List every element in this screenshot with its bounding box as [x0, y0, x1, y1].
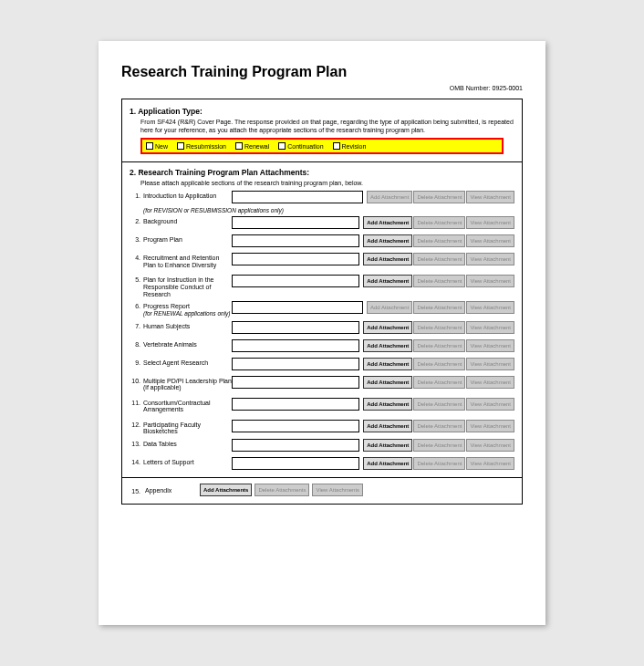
- view-attachment-button[interactable]: View Attachment: [466, 191, 514, 203]
- delete-attachment-button[interactable]: Delete Attachment: [413, 216, 465, 229]
- row-number: 7.: [130, 321, 140, 329]
- row-label: Data Tables: [140, 439, 232, 448]
- delete-attachment-button[interactable]: Delete Attachment: [413, 339, 465, 352]
- delete-attachment-button[interactable]: Delete Attachment: [413, 253, 465, 265]
- delete-attachment-button[interactable]: Delete Attachment: [413, 191, 465, 203]
- checkbox-continuation[interactable]: Continuation: [278, 142, 323, 150]
- checkbox-resubmission[interactable]: Resubmission: [177, 142, 226, 150]
- add-attachment-button[interactable]: Add Attachment: [363, 457, 412, 470]
- view-attachment-button[interactable]: View Attachment: [466, 457, 514, 470]
- view-attachment-button[interactable]: View Attachment: [466, 275, 514, 287]
- add-attachment-button[interactable]: Add Attachment: [363, 216, 412, 229]
- delete-attachment-button[interactable]: Delete Attachment: [413, 420, 465, 432]
- add-attachment-button[interactable]: Add Attachment: [363, 321, 412, 334]
- checkbox-icon: [235, 142, 243, 150]
- row-number: 10.: [130, 376, 140, 384]
- delete-attachment-button[interactable]: Delete Attachment: [413, 398, 465, 411]
- row-label: Recruitment and Retention Plan to Enhanc…: [140, 253, 232, 268]
- add-attachments-button[interactable]: Add Attachments: [200, 484, 252, 496]
- row-number: 12.: [130, 420, 140, 428]
- view-attachment-button[interactable]: View Attachment: [466, 253, 514, 265]
- view-attachments-button[interactable]: View Attachments: [312, 484, 363, 496]
- attachment-row: 5.Plan for Instruction in the Responsibl…: [130, 275, 514, 297]
- attachment-row: 6.Progress Report(for RENEWAL applicatio…: [130, 301, 514, 317]
- attachment-row: 8.Vertebrate AnimalsAdd AttachmentDelete…: [130, 339, 514, 354]
- add-attachment-button[interactable]: Add Attachment: [367, 191, 412, 203]
- checkbox-icon: [333, 142, 340, 150]
- row-number: 2.: [130, 216, 140, 224]
- view-attachment-button[interactable]: View Attachment: [466, 398, 514, 411]
- attachment-input[interactable]: [232, 457, 359, 470]
- checkbox-icon: [278, 142, 286, 150]
- view-attachment-button[interactable]: View Attachment: [466, 301, 514, 314]
- row-label: Appendix: [142, 485, 197, 494]
- section1-desc: From SF424 (R&R) Cover Page. The respons…: [140, 118, 514, 134]
- attachment-row: 11.Consortium/Contractual ArrangementsAd…: [130, 398, 514, 416]
- row-label: Consortium/Contractual Arrangements: [140, 398, 232, 413]
- attachment-input[interactable]: [232, 376, 359, 389]
- attachment-input[interactable]: [232, 301, 363, 314]
- document-page: Research Training Program Plan OMB Numbe…: [99, 41, 545, 625]
- checkbox-revision[interactable]: Revision: [333, 142, 367, 150]
- add-attachment-button[interactable]: Add Attachment: [363, 253, 412, 265]
- view-attachment-button[interactable]: View Attachment: [466, 420, 514, 432]
- row-label: Letters of Support: [140, 457, 232, 466]
- omb-number: OMB Number: 0925-0001: [450, 85, 523, 91]
- add-attachment-button[interactable]: Add Attachment: [367, 301, 412, 314]
- add-attachment-button[interactable]: Add Attachment: [363, 358, 412, 370]
- checkbox-new[interactable]: New: [146, 142, 168, 150]
- row-number: 8.: [130, 339, 140, 348]
- add-attachment-button[interactable]: Add Attachment: [363, 234, 412, 247]
- delete-attachment-button[interactable]: Delete Attachment: [413, 358, 465, 370]
- row-number: 5.: [130, 275, 140, 283]
- view-attachment-button[interactable]: View Attachment: [466, 339, 514, 352]
- attachment-input[interactable]: [232, 191, 363, 203]
- delete-attachment-button[interactable]: Delete Attachment: [413, 376, 465, 389]
- delete-attachment-button[interactable]: Delete Attachment: [413, 275, 465, 287]
- row-number: 15.: [130, 486, 140, 494]
- row-label: Introduction to Application: [140, 191, 232, 200]
- attachment-rows: 1.Introduction to ApplicationAdd Attachm…: [130, 191, 514, 472]
- section2-desc: Please attach applicable sections of the…: [140, 179, 514, 187]
- view-attachment-button[interactable]: View Attachment: [466, 216, 514, 229]
- view-attachment-button[interactable]: View Attachment: [466, 234, 514, 247]
- view-attachment-button[interactable]: View Attachment: [466, 321, 514, 334]
- delete-attachment-button[interactable]: Delete Attachment: [413, 234, 465, 247]
- row-label: Background: [140, 216, 232, 225]
- attachment-input[interactable]: [232, 439, 359, 452]
- add-attachment-button[interactable]: Add Attachment: [363, 275, 412, 287]
- attachment-input[interactable]: [232, 420, 359, 432]
- add-attachment-button[interactable]: Add Attachment: [363, 398, 412, 411]
- add-attachment-button[interactable]: Add Attachment: [363, 376, 412, 389]
- row-label: Vertebrate Animals: [140, 339, 232, 349]
- delete-attachment-button[interactable]: Delete Attachment: [413, 321, 465, 334]
- row-number: 13.: [130, 439, 140, 447]
- view-attachment-button[interactable]: View Attachment: [466, 439, 514, 452]
- divider: [122, 161, 522, 162]
- delete-attachment-button[interactable]: Delete Attachment: [413, 457, 465, 470]
- attachment-input[interactable]: [232, 234, 359, 247]
- row-label: Participating Faculty Biosketches: [140, 420, 232, 435]
- add-attachment-button[interactable]: Add Attachment: [363, 439, 412, 452]
- checkbox-renewal[interactable]: Renewal: [235, 142, 269, 150]
- attachment-row: 1.Introduction to ApplicationAdd Attachm…: [130, 191, 514, 205]
- delete-attachment-button[interactable]: Delete Attachment: [413, 439, 465, 452]
- row-number: 9.: [130, 358, 140, 366]
- view-attachment-button[interactable]: View Attachment: [466, 358, 514, 370]
- delete-attachments-button[interactable]: Delete Attachments: [254, 484, 309, 496]
- attachment-input[interactable]: [232, 253, 359, 265]
- attachment-input[interactable]: [232, 398, 359, 411]
- add-attachment-button[interactable]: Add Attachment: [363, 339, 412, 352]
- view-attachment-button[interactable]: View Attachment: [466, 376, 514, 389]
- page-title: Research Training Program Plan: [121, 64, 523, 80]
- attachment-input[interactable]: [232, 358, 359, 370]
- delete-attachment-button[interactable]: Delete Attachment: [413, 301, 465, 314]
- attachment-input[interactable]: [232, 321, 359, 334]
- row-number: 1.: [130, 191, 140, 199]
- attachment-input[interactable]: [232, 216, 359, 229]
- attachment-input[interactable]: [232, 275, 359, 287]
- section2-title: 2. Research Training Program Plan Attach…: [130, 168, 514, 177]
- add-attachment-button[interactable]: Add Attachment: [363, 420, 412, 432]
- row-label: Multiple PD/PI Leadership Plan (if appli…: [140, 376, 232, 391]
- attachment-input[interactable]: [232, 339, 359, 352]
